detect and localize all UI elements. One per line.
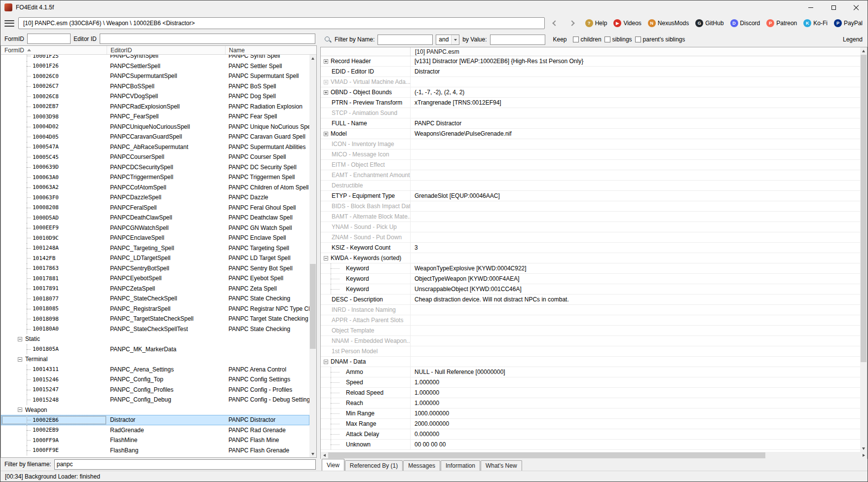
minimize-button[interactable] bbox=[799, 0, 822, 14]
field-value-cell[interactable]: 00 00 00 00 bbox=[411, 440, 860, 449]
field-value-cell[interactable] bbox=[411, 108, 860, 118]
record-field-row[interactable]: FULL - NamePANPC Distractor bbox=[321, 118, 860, 129]
record-field-row[interactable]: EDID - Editor IDDistractor bbox=[321, 67, 860, 77]
menu-icon[interactable] bbox=[4, 20, 14, 27]
record-field-row[interactable]: AmmoNULL - Null Reference [00000000] bbox=[321, 367, 860, 377]
record-field-row[interactable]: Min Range1000.000000 bbox=[321, 408, 860, 419]
tree-group-row[interactable]: Weapon bbox=[1, 405, 309, 415]
field-value-cell[interactable]: 1.000000 bbox=[411, 398, 860, 408]
field-value-cell[interactable] bbox=[411, 326, 860, 335]
field-value-cell[interactable] bbox=[411, 305, 860, 315]
scroll-down-icon[interactable] bbox=[860, 445, 867, 452]
toolbar-link-kofi[interactable]: KKo-Fi bbox=[803, 19, 828, 27]
column-header-formid[interactable]: FormID bbox=[1, 46, 107, 54]
maximize-button[interactable] bbox=[822, 0, 845, 14]
filename-filter-input[interactable] bbox=[54, 459, 316, 470]
tree-group-row[interactable]: Static bbox=[1, 334, 309, 344]
record-field-row[interactable]: BAMT - Alternate Block Mate... bbox=[321, 212, 860, 222]
horizontal-scrollbar[interactable] bbox=[320, 452, 868, 459]
column-header-editorid[interactable]: EditorID bbox=[107, 46, 226, 54]
tree-group-row[interactable]: Terminal bbox=[1, 354, 309, 365]
expand-icon[interactable] bbox=[324, 90, 328, 95]
expand-icon[interactable] bbox=[324, 59, 328, 64]
collapse-icon[interactable] bbox=[324, 360, 328, 364]
tree-record-row[interactable]: 10002EB6DistractorPANPC Distractor bbox=[1, 415, 309, 425]
record-field-row[interactable]: DESC - DescriptionCheap distraction devi… bbox=[321, 295, 860, 305]
field-value-cell[interactable] bbox=[411, 139, 860, 149]
field-value-cell[interactable]: 0.000000 bbox=[411, 429, 860, 439]
tree-record-row[interactable]: 10001F26PANPCSettlerSpellPANPC Settler S… bbox=[1, 61, 309, 72]
field-value-cell[interactable]: PANPC Distractor bbox=[411, 118, 860, 128]
filter-name-input[interactable] bbox=[377, 35, 433, 45]
record-field-row[interactable]: 1st Person Model bbox=[321, 346, 860, 357]
field-value-cell[interactable] bbox=[411, 346, 860, 356]
forward-button[interactable] bbox=[566, 17, 578, 29]
tree-record-row[interactable]: 10003D98PANPC_FearSpellPANPC Fear Spell bbox=[1, 111, 309, 122]
tab-referenced-by-1[interactable]: Referenced By (1) bbox=[345, 460, 403, 471]
toolbar-link-github[interactable]: GGitHub bbox=[695, 19, 723, 27]
field-value-cell[interactable]: Cheap distraction device. Will not distr… bbox=[411, 295, 860, 304]
tree-record-row[interactable]: 10002EB9RadGrenadePANPC Rad Grenade bbox=[1, 425, 309, 436]
record-field-row[interactable]: Reload Speed1.000000 bbox=[321, 388, 860, 398]
expand-icon[interactable] bbox=[324, 132, 328, 136]
field-value-cell[interactable]: Distractor bbox=[411, 67, 860, 76]
record-field-row[interactable]: MICO - Message Icon bbox=[321, 149, 860, 160]
record-field-row[interactable]: Speed1.000000 bbox=[321, 377, 860, 388]
field-value-cell[interactable] bbox=[411, 357, 860, 367]
record-field-row[interactable]: NNAM - Embedded Weapon... bbox=[321, 336, 860, 346]
tree-record-row[interactable]: 10014311PANPC_Arena_SettingsPANPC Arena … bbox=[1, 365, 309, 375]
collapse-icon[interactable] bbox=[18, 408, 22, 412]
record-field-row[interactable]: ZNAM - Sound - Put Down bbox=[321, 232, 860, 243]
collapse-icon[interactable] bbox=[18, 357, 22, 362]
tree-record-row[interactable]: 100026C7PANPCBoSSpellPANPC BoS Spell bbox=[1, 81, 309, 92]
tree-record-row[interactable]: 10004D02PANPCUniqueNoCuriousSpellPANPC U… bbox=[1, 122, 309, 132]
scroll-down-icon[interactable] bbox=[309, 450, 316, 457]
tree-record-row[interactable]: 10004D05PANPCCaravanGuardSpellPANPC Cara… bbox=[1, 132, 309, 142]
tree-record-row[interactable]: 10002EB7PANPCRadExplosionSpellPANPC Radi… bbox=[1, 102, 309, 112]
record-field-row[interactable]: KSIZ - Keyword Count3 bbox=[321, 243, 860, 253]
keep-parent-s-siblings-checkbox[interactable]: parent's siblings bbox=[635, 36, 685, 43]
tree-record-row[interactable]: 1000639DPANPCDCSecuritySpellPANPC DC Sec… bbox=[1, 162, 309, 173]
tree-record-row[interactable]: 100180A0PANPC_StateCheckSpellTestPANPC S… bbox=[1, 324, 309, 334]
field-value-cell[interactable]: 2000.000000 bbox=[411, 419, 860, 429]
field-value-cell[interactable]: UnscrappableObject [KYWD:001CC46A] bbox=[411, 284, 860, 294]
scroll-right-icon[interactable] bbox=[860, 452, 867, 459]
record-field-row[interactable]: ModelWeapons\Grenade\PulseGrenade.nif bbox=[321, 129, 860, 139]
field-value-cell[interactable]: [v131] Distractor [WEAP:10002EB6] {High-… bbox=[411, 56, 860, 66]
record-field-row[interactable]: Max Range2000.000000 bbox=[321, 419, 860, 429]
field-value-cell[interactable] bbox=[411, 149, 860, 159]
tree-record-row[interactable]: 1000FF9EFlashBangPANPC Flash Grenade bbox=[1, 445, 309, 456]
record-field-row[interactable]: APPR - Attach Parent Slots bbox=[321, 315, 860, 326]
field-value-cell[interactable] bbox=[411, 336, 860, 346]
filter-operator-select[interactable]: and bbox=[436, 35, 459, 45]
record-field-row[interactable]: OBND - Object Bounds(-1, -7, -2), (2, 4,… bbox=[321, 87, 860, 98]
record-field-row[interactable]: Attack Delay0.000000 bbox=[321, 429, 860, 440]
field-value-cell[interactable]: Weapons\Grenade\PulseGrenade.nif bbox=[411, 129, 860, 139]
field-value-cell[interactable]: NULL - Null Reference [00000000] bbox=[411, 367, 860, 377]
tree-record-row[interactable]: 10017881PANPCEyebotSpellPANPC Eyebot Spe… bbox=[1, 273, 309, 284]
field-value-cell[interactable]: ObjectTypeWeapon [KYWD:000F4AEA] bbox=[411, 274, 860, 284]
toolbar-link-help[interactable]: ?Help bbox=[585, 19, 607, 27]
tree-record-row[interactable]: 100026C0PANPCSupermutantSpellPANPC Super… bbox=[1, 71, 309, 81]
field-value-cell[interactable] bbox=[411, 160, 860, 170]
field-value-cell[interactable] bbox=[411, 222, 860, 232]
record-field-row[interactable]: EAMT - Enchantment Amount bbox=[321, 170, 860, 181]
tree-record-row[interactable]: 10018098PANPC_TargetStateCheckSpellPANPC… bbox=[1, 314, 309, 324]
field-value-cell[interactable] bbox=[411, 170, 860, 180]
field-value-cell[interactable] bbox=[411, 201, 860, 211]
field-value-cell[interactable]: 3 bbox=[411, 243, 860, 253]
left-scrollbar-thumb[interactable] bbox=[310, 264, 316, 348]
right-scrollbar-thumb[interactable] bbox=[861, 55, 867, 362]
tree-record-row[interactable]: 10015247PANPC_Config_ProfilesPANPC Confi… bbox=[1, 385, 309, 395]
tree-record-row[interactable]: 10015248PANPC_Config_DebugPANPC Config -… bbox=[1, 395, 309, 405]
scroll-left-icon[interactable] bbox=[321, 452, 328, 459]
tree-record-row[interactable]: 10001F25PANPCSynthSpellPANPC Synth Spell bbox=[1, 55, 309, 61]
tree-record-row[interactable]: 100063A2PANPCCofAtomSpellPANPC Children … bbox=[1, 183, 309, 193]
breadcrumb[interactable]: [10] PANPC.esm (330C8AF6) \ Weapon \ 100… bbox=[18, 17, 545, 29]
tree-record-row[interactable]: 100026C8PANPCVDogSpellPANPC Dog Spell bbox=[1, 91, 309, 102]
collapse-icon[interactable] bbox=[324, 256, 328, 260]
back-button[interactable] bbox=[549, 17, 562, 29]
record-field-row[interactable]: ICON - Inventory Image bbox=[321, 139, 860, 149]
horizontal-scrollbar-thumb[interactable] bbox=[328, 452, 765, 458]
toolbar-link-discord[interactable]: DDiscord bbox=[730, 19, 760, 27]
